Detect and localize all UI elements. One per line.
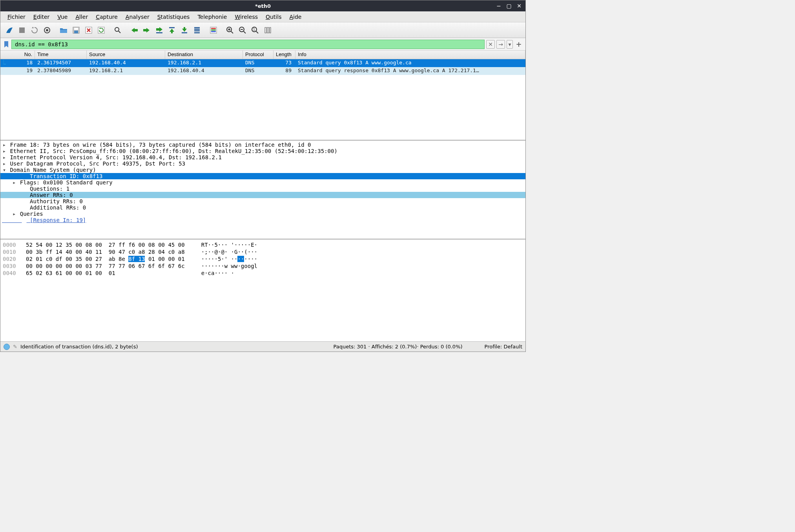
menu-telephonie[interactable]: Telephonie [193,12,231,22]
titlebar: *eth0 − ▢ ✕ [0,0,525,11]
hex-line[interactable]: 0040 65 02 63 61 00 00 01 00 01 e·ca····… [3,270,523,277]
maximize-button[interactable]: ▢ [505,2,513,10]
svg-rect-15 [194,29,200,30]
detail-line[interactable]: Transaction ID: 0x8f13 [0,173,525,179]
menubar: FichierEditerVueAllerCaptureAnalyserStat… [0,11,525,22]
bookmark-icon[interactable] [3,40,10,49]
column-header-info[interactable]: Info [295,51,525,59]
go-back-button[interactable] [128,24,140,36]
minimize-button[interactable]: − [495,2,503,10]
open-file-button[interactable] [58,24,69,36]
capture-options-button[interactable] [41,24,53,36]
detail-line[interactable]: ▸ Queries [0,211,525,217]
auto-scroll-button[interactable] [191,24,203,36]
close-file-button[interactable] [83,24,95,36]
hex-line[interactable]: 0020 02 01 c0 df 00 35 00 27 ab 8e 8f 13… [3,255,523,262]
find-button[interactable] [112,24,124,36]
menu-capture[interactable]: Capture [92,12,122,22]
menu-aide[interactable]: Aide [285,12,305,22]
svg-rect-13 [182,32,187,33]
svg-rect-0 [19,27,25,33]
svg-line-23 [231,31,233,33]
save-file-button[interactable] [70,24,82,36]
packet-row[interactable]: 192.378045989192.168.2.1192.168.40.4DNS8… [0,67,525,75]
shark-fin-icon[interactable] [4,24,15,36]
packet-list-header: No.TimeSourceDestinationProtocolLengthIn… [0,51,525,59]
restart-capture-button[interactable] [29,24,40,36]
column-header-protocol[interactable]: Protocol [243,51,274,59]
menu-wireless[interactable]: Wireless [231,12,262,22]
hex-line[interactable]: 0000 52 54 00 12 35 00 08 00 27 ff f6 00… [3,241,523,248]
menu-analyser[interactable]: Analyser [122,12,153,22]
svg-rect-19 [211,28,216,29]
svg-rect-20 [211,29,216,31]
svg-rect-34 [270,27,271,33]
filter-history-button[interactable]: ▾ [507,40,513,49]
column-header-no[interactable]: No. [0,51,35,59]
hex-line[interactable]: 0030 00 00 00 00 00 00 03 77 77 77 06 67… [3,262,523,270]
column-header-source[interactable]: Source [87,51,165,59]
svg-line-10 [119,31,120,33]
svg-rect-5 [74,28,78,30]
svg-rect-3 [60,30,67,33]
close-button[interactable]: ✕ [515,2,523,10]
zoom-out-button[interactable] [237,24,248,36]
svg-rect-6 [74,31,78,33]
detail-line[interactable]: ▸ User Datagram Protocol, Src Port: 4937… [0,160,525,167]
detail-line[interactable]: ▸ Ethernet II, Src: PcsCompu_ff:f6:00 (0… [0,148,525,154]
zoom-reset-button[interactable]: 1 [249,24,261,36]
statusbar: ✎ Identification of transaction (dns.id)… [0,341,525,352]
column-header-time[interactable]: Time [35,51,87,59]
go-forward-button[interactable] [141,24,153,36]
detail-line[interactable]: Questions: 1 [0,186,525,192]
packet-bytes-pane[interactable]: 0000 52 54 00 12 35 00 08 00 27 ff f6 00… [0,240,525,341]
add-filter-button[interactable]: + [514,40,523,49]
svg-rect-33 [267,27,269,33]
resize-columns-button[interactable] [262,24,274,36]
zoom-in-button[interactable] [224,24,236,36]
menu-vue[interactable]: Vue [53,12,71,22]
status-packet-counts: Paquets: 301 · Affichés: 2 (0.7%)· Perdu… [327,344,469,350]
menu-editer[interactable]: Editer [29,12,54,22]
status-profile[interactable]: Profile: Default [469,344,522,350]
column-header-destination[interactable]: Destination [165,51,243,59]
packet-details-pane[interactable]: ▸ Frame 18: 73 bytes on wire (584 bits),… [0,141,525,240]
stop-capture-button[interactable] [16,24,28,36]
app-window: *eth0 − ▢ ✕ FichierEditerVueAllerCapture… [0,0,526,352]
colorize-button[interactable] [208,24,219,36]
expert-info-icon[interactable] [4,344,10,350]
hex-line[interactable]: 0010 00 3b ff 14 40 00 40 11 90 47 c0 a8… [3,248,523,255]
go-first-button[interactable] [166,24,178,36]
jump-to-button[interactable] [153,24,165,36]
window-controls: − ▢ ✕ [495,2,523,10]
edit-icon[interactable]: ✎ [13,344,17,350]
menu-aller[interactable]: Aller [71,12,92,22]
packet-list-body[interactable]: ⎿182.361794507192.168.40.4192.168.2.1DNS… [0,59,525,140]
svg-rect-16 [194,30,200,31]
detail-line[interactable]: ▸ Frame 18: 73 bytes on wire (584 bits),… [0,142,525,148]
clear-filter-button[interactable]: ✕ [486,40,495,49]
detail-line[interactable]: ▸ Flags: 0x0100 Standard query [0,179,525,186]
detail-line[interactable]: Authority RRs: 0 [0,198,525,204]
menu-fichier[interactable]: Fichier [4,12,29,22]
apply-filter-button[interactable]: → [496,40,505,49]
display-filter-input[interactable] [11,40,485,49]
svg-point-9 [115,27,119,31]
menu-statistiques[interactable]: Statistiques [153,12,194,22]
detail-line[interactable]: ▸ Internet Protocol Version 4, Src: 192.… [0,154,525,160]
svg-rect-17 [194,32,200,33]
svg-point-2 [46,29,48,31]
detail-line[interactable]: [Response In: 19] [0,217,525,223]
display-filter-bar: ✕ → ▾ + [0,38,525,51]
detail-line[interactable]: ▾ Domain Name System (query) [0,167,525,173]
menu-outils[interactable]: Outils [262,12,285,22]
reload-button[interactable] [95,24,107,36]
svg-rect-21 [211,31,216,32]
go-last-button[interactable] [179,24,190,36]
column-header-length[interactable]: Length [274,51,295,59]
detail-line[interactable]: Additional RRs: 0 [0,204,525,211]
detail-line[interactable]: Answer RRs: 0 [0,192,525,198]
packet-row[interactable]: ⎿182.361794507192.168.40.4192.168.2.1DNS… [0,59,525,67]
svg-rect-14 [194,27,200,28]
packet-list-pane: No.TimeSourceDestinationProtocolLengthIn… [0,51,525,141]
